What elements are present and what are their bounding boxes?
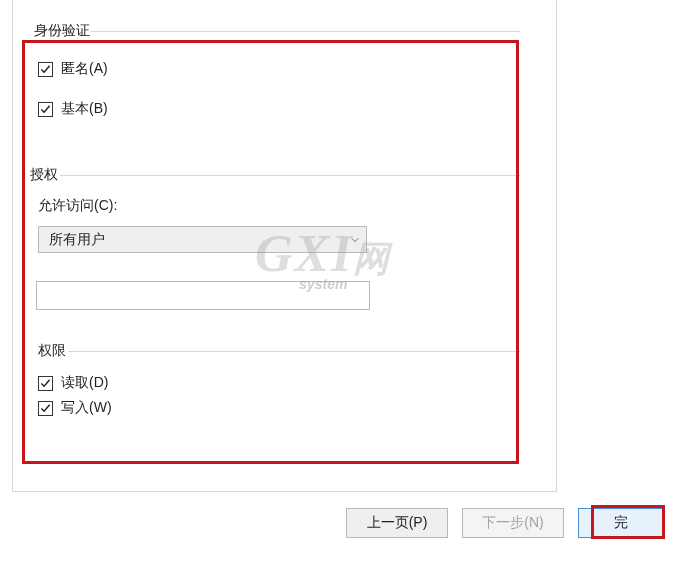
anonymous-checkbox[interactable] — [38, 62, 53, 77]
basic-checkbox-row[interactable]: 基本(B) — [38, 100, 108, 118]
allow-access-label: 允许访问(C): — [38, 197, 117, 215]
chevron-down-icon — [350, 235, 360, 245]
divider — [90, 31, 520, 32]
allow-access-select[interactable]: 所有用户 — [38, 226, 367, 253]
divider — [68, 351, 520, 352]
perm-section-title: 权限 — [38, 342, 66, 360]
read-label: 读取(D) — [61, 374, 108, 392]
basic-checkbox[interactable] — [38, 102, 53, 117]
previous-button[interactable]: 上一页(P) — [346, 508, 448, 538]
anonymous-checkbox-row[interactable]: 匿名(A) — [38, 60, 108, 78]
authz-section-title: 授权 — [30, 166, 58, 184]
write-label: 写入(W) — [61, 399, 112, 417]
allow-access-input[interactable] — [36, 281, 370, 310]
finish-button[interactable]: 完 — [578, 508, 664, 538]
read-checkbox[interactable] — [38, 376, 53, 391]
wizard-footer: 上一页(P) 下一步(N) 完 — [0, 508, 686, 548]
next-button: 下一步(N) — [462, 508, 564, 538]
write-checkbox[interactable] — [38, 401, 53, 416]
divider — [60, 175, 520, 176]
allow-access-value: 所有用户 — [49, 231, 105, 249]
write-checkbox-row[interactable]: 写入(W) — [38, 399, 112, 417]
auth-section-title: 身份验证 — [34, 22, 90, 40]
basic-label: 基本(B) — [61, 100, 108, 118]
anonymous-label: 匿名(A) — [61, 60, 108, 78]
read-checkbox-row[interactable]: 读取(D) — [38, 374, 108, 392]
